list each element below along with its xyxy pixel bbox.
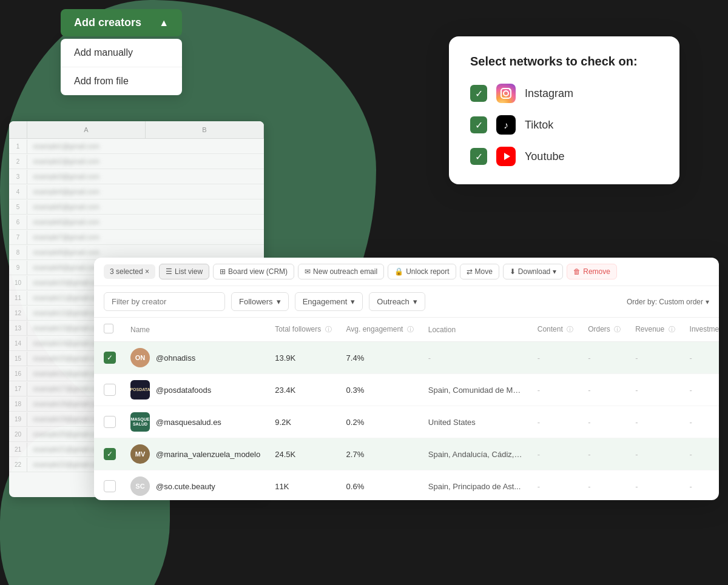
tiktok-checkbox[interactable]: ✓ [470, 116, 487, 133]
row-checkbox[interactable] [104, 384, 116, 396]
row-email: example1@gmail.com [27, 139, 264, 153]
add-creators-dropdown: Add manually Add from file [61, 39, 182, 95]
table-row[interactable]: SC @so.cute.beauty 11K 0.6% Spain, Princ… [94, 470, 719, 501]
engagement-cell: 2.7% [339, 438, 421, 470]
row-num: 17 [9, 382, 27, 396]
orders-cell: - [581, 406, 628, 438]
row-checkbox[interactable] [104, 480, 116, 492]
followers-info-icon: ⓘ [325, 326, 332, 333]
creator-name-cell[interactable]: MASQUESALUD @masquesalud.es [123, 406, 268, 438]
col-investment-header[interactable]: Investment ⓘ [682, 318, 719, 342]
avatar: ON [130, 348, 150, 367]
order-chevron-icon: ▾ [706, 298, 709, 306]
engagement-filter[interactable]: Engagement ▾ [295, 292, 363, 311]
table-row[interactable]: ✓ ON @ohnadiss 13.9K 7.4% - - - - - [94, 342, 719, 374]
main-panel: 3 selected × ☰ List view ⊞ Board view (C… [94, 258, 719, 500]
network-tiktok[interactable]: ✓ ♪ Tiktok [470, 115, 658, 135]
col-checkbox [94, 318, 123, 342]
row-num: 5 [9, 200, 27, 214]
checkbox-cell[interactable] [94, 470, 123, 501]
checkbox-cell[interactable] [94, 374, 123, 406]
row-checkbox[interactable]: ✓ [104, 448, 116, 460]
location-cell: Spain, Andalucía, Cádiz, ... [421, 438, 530, 470]
remove-button[interactable]: 🗑 Remove [567, 264, 617, 279]
spreadsheet-header: A B [9, 121, 264, 139]
table-row[interactable]: ✓ MV @marina_valenzuela_modelo 24.5K 2.7… [94, 438, 719, 470]
row-num: 6 [9, 215, 27, 229]
add-manually-item[interactable]: Add manually [61, 39, 182, 67]
content-cell: - [530, 374, 581, 406]
unlock-report-button[interactable]: 🔒 Unlock report [388, 264, 456, 279]
checkbox-cell[interactable] [94, 406, 123, 438]
col-orders-header[interactable]: Orders ⓘ [581, 318, 628, 342]
row-num: 22 [9, 458, 27, 472]
investment-cell: - [682, 342, 719, 374]
checkbox-cell[interactable]: ✓ [94, 342, 123, 374]
add-from-file-item[interactable]: Add from file [61, 67, 182, 95]
col-revenue-header[interactable]: Revenue ⓘ [628, 318, 682, 342]
row-num: 11 [9, 291, 27, 305]
revenue-cell: - [628, 342, 682, 374]
creator-handle: @so.cute.beauty [156, 482, 215, 491]
followers-cell: 9.2K [268, 406, 339, 438]
network-instagram[interactable]: ✓ Instagram [470, 84, 658, 103]
table-row[interactable]: MASQUESALUD @masquesalud.es 9.2K 0.2% Un… [94, 406, 719, 438]
checkbox-cell[interactable]: ✓ [94, 438, 123, 470]
row-num: 19 [9, 412, 27, 426]
youtube-icon [496, 147, 516, 166]
content-info-icon: ⓘ [567, 326, 573, 333]
row-email: example4@gmail.com [27, 184, 264, 199]
toolbar: 3 selected × ☰ List view ⊞ Board view (C… [94, 258, 719, 286]
col-name-header[interactable]: Name [123, 318, 268, 342]
location-cell: United States [421, 406, 530, 438]
content-cell: - [530, 438, 581, 470]
row-checkbox[interactable] [104, 416, 116, 428]
revenue-cell: - [628, 438, 682, 470]
download-button[interactable]: ⬇ Download ▾ [503, 264, 563, 279]
content-cell: - [530, 406, 581, 438]
table-row[interactable]: POSDATA @posdatafoods 23.4K 0.3% Spain, … [94, 374, 719, 406]
col-location-header[interactable]: Location [421, 318, 530, 342]
new-outreach-button[interactable]: ✉ New outreach email [298, 264, 384, 279]
creator-filter-input[interactable] [104, 292, 225, 311]
selected-badge[interactable]: 3 selected × [104, 264, 155, 279]
row-email: example5@gmail.com [27, 199, 264, 214]
row-checkbox[interactable]: ✓ [104, 352, 116, 364]
avatar: MASQUESALUD [130, 412, 150, 432]
col-followers-header[interactable]: Total followers ⓘ [268, 318, 339, 342]
instagram-label: Instagram [525, 87, 573, 100]
add-creators-button[interactable]: Add creators ▲ [61, 9, 182, 36]
move-icon: ⇄ [467, 267, 473, 276]
col-engagement-header[interactable]: Avg. engagement ⓘ [339, 318, 421, 342]
engagement-chevron-icon: ▾ [351, 297, 355, 306]
creator-name-cell[interactable]: POSDATA @posdatafoods [123, 374, 268, 406]
board-view-button[interactable]: ⊞ Board view (CRM) [213, 264, 294, 279]
instagram-checkbox[interactable]: ✓ [470, 85, 487, 102]
followers-filter[interactable]: Followers ▾ [231, 292, 289, 311]
move-button[interactable]: ⇄ Move [460, 264, 499, 279]
creator-name-cell[interactable]: ON @ohnadiss [123, 342, 268, 374]
order-label[interactable]: Order by: Custom order ▾ [627, 298, 709, 306]
chevron-up-icon: ▲ [159, 18, 169, 28]
instagram-icon [496, 84, 516, 103]
revenue-cell: - [628, 406, 682, 438]
youtube-checkbox[interactable]: ✓ [470, 148, 487, 165]
creator-name-cell[interactable]: SC @so.cute.beauty [123, 470, 268, 501]
col-content-header[interactable]: Content ⓘ [530, 318, 581, 342]
creator-name-cell[interactable]: MV @marina_valenzuela_modelo [123, 438, 268, 470]
add-creators-container: Add creators ▲ Add manually Add from fil… [61, 9, 182, 95]
row-email: example2@gmail.com [27, 154, 264, 169]
orders-cell: - [581, 438, 628, 470]
outreach-filter[interactable]: Outreach ▾ [369, 292, 425, 311]
row-num: 8 [9, 246, 27, 259]
row-num: 7 [9, 230, 27, 244]
network-youtube[interactable]: ✓ Youtube [470, 147, 658, 166]
list-view-button[interactable]: ☰ List view [159, 264, 209, 279]
investment-cell: - [682, 406, 719, 438]
spreadsheet-row: 7 example7@gmail.com [9, 230, 264, 245]
engagement-cell: 0.2% [339, 406, 421, 438]
youtube-label: Youtube [525, 150, 564, 163]
spreadsheet-row: 5 example5@gmail.com [9, 199, 264, 215]
row-num: 2 [9, 155, 27, 169]
row-num: 12 [9, 306, 27, 320]
